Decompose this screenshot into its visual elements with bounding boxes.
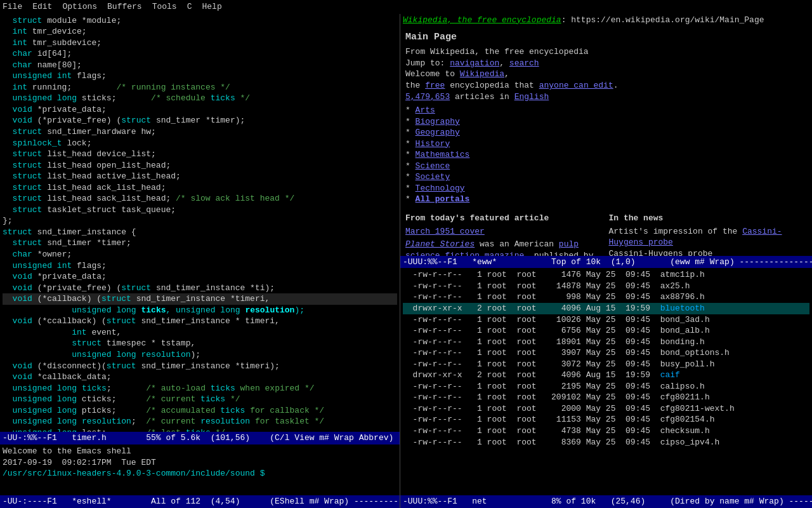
code-line: int event,: [3, 327, 397, 338]
wiki-articles-line: 5,479,653 articles in English: [405, 91, 807, 103]
right-pane: Wikipedia, the free encyclopedia: https:…: [400, 14, 812, 508]
wiki-two-columns: From today's featured article March 1951…: [405, 209, 807, 256]
code-line: struct timespec * tstamp,: [3, 338, 397, 349]
wiki-main-title: Main Page: [405, 31, 807, 44]
wiki-link-allportals[interactable]: All portals: [416, 194, 470, 204]
dired-line: -rw-r--r-- 1 root root 3072 May 25 09:45…: [403, 359, 809, 370]
code-line: unsigned int flags;: [3, 70, 397, 82]
dired-area[interactable]: -rw-r--r-- 1 root root 1476 May 25 09:45…: [400, 268, 812, 495]
dired-line: -rw-r--r-- 1 root root 14878 May 25 09:4…: [403, 281, 809, 292]
menu-file[interactable]: File: [3, 1, 22, 13]
wiki-url-link[interactable]: https://en.wikipedia.org/wiki/Main_Page: [571, 15, 764, 25]
dired-dirname-bluetooth[interactable]: bluetooth: [660, 304, 705, 313]
dired-line: -rw-r--r-- 1 root root 2000 May 25 09:45…: [403, 403, 809, 415]
wiki-welcome-line: Welcome to Wikipedia,: [405, 69, 807, 80]
code-line: void *callback_data;: [3, 371, 397, 383]
code-line: int running; /* running instances */: [3, 82, 397, 93]
wiki-link-mathematics[interactable]: Mathematics: [416, 150, 470, 159]
shell-status-bar: -UU-:----F1 *eshell* All of 112 (4,54) (…: [0, 495, 400, 508]
code-line: unsigned long pticks; /* accumulated tic…: [3, 405, 397, 417]
wiki-nav-link[interactable]: navigation: [450, 58, 499, 68]
wiki-link-society[interactable]: Society: [416, 172, 450, 182]
dired-line: -rw-r--r-- 1 root root 998 May 25 09:45 …: [403, 291, 809, 303]
dired-line: -rw-r--r-- 1 root root 4738 May 25 09:45…: [403, 425, 809, 437]
code-line: unsigned long ticks, unsigned long resol…: [3, 305, 397, 316]
wiki-portal-mathematics: * Mathematics: [405, 149, 807, 161]
code-line: };: [3, 215, 397, 227]
code-line: void (*private_free) (struct snd_timer_i…: [3, 283, 397, 294]
dired-line: -rw-r--r-- 1 root root 209102 May 25 09:…: [403, 392, 809, 403]
code-line: char *owner;: [3, 249, 397, 260]
shell-line: /usr/src/linux-headers-4.9.0-3-common/in…: [3, 468, 397, 479]
wiki-status-bar: -UUU:%%--F1 *eww* Top of 10k (1,0) (eww …: [400, 256, 812, 269]
code-status-bar: -UU-:%%--F1 timer.h 55% of 5.6k (101,56)…: [0, 432, 400, 444]
code-line: struct list_head ack_list_head;: [3, 182, 397, 194]
wiki-link-biography[interactable]: Biography: [416, 117, 460, 126]
wiki-link-geography[interactable]: Geography: [416, 128, 460, 137]
code-line: int tmr_device;: [3, 26, 397, 37]
wiki-portal-allportals: * All portals: [405, 194, 807, 205]
wiki-link-science[interactable]: Science: [416, 161, 450, 171]
wiki-anyone-link[interactable]: anyone can edit: [539, 81, 613, 90]
menubar: File Edit Options Buffers Tools C Help: [0, 0, 812, 14]
wiki-search-link[interactable]: search: [509, 58, 539, 68]
wiki-area: Main Page From Wikipedia, the free encyc…: [400, 26, 812, 256]
wiki-cassini-link[interactable]: Cassini-Huygens probe: [609, 227, 782, 248]
code-line: unsigned long ticks; /* auto-load ticks …: [3, 383, 397, 394]
code-line: void (*private_free) (struct snd_timer *…: [3, 115, 397, 126]
code-line: unsigned long sticks; /* schedule ticks …: [3, 93, 397, 104]
main-area: struct module *module; int tmr_device; i…: [0, 14, 812, 508]
menu-buffers[interactable]: Buffers: [107, 1, 142, 13]
menu-help[interactable]: Help: [202, 1, 221, 13]
wiki-url-title: Wikipedia, the free encyclopedia: [403, 15, 561, 25]
wiki-articles-count-link[interactable]: 5,479,653: [405, 92, 450, 102]
wiki-link-arts[interactable]: Arts: [416, 105, 435, 115]
wiki-free-line: the free encyclopedia that anyone can ed…: [405, 80, 807, 91]
wiki-featured-col: From today's featured article March 1951…: [405, 209, 604, 256]
wiki-link-history[interactable]: History: [416, 139, 450, 149]
shell-line: Welcome to the Emacs shell: [3, 446, 397, 457]
wiki-wikipedia-link[interactable]: Wikipedia: [460, 69, 504, 79]
menu-edit[interactable]: Edit: [32, 1, 52, 13]
code-line: struct snd_timer_hardware hw;: [3, 126, 397, 138]
shell-line: 2017-09-19 09:02:17PM Tue EDT: [3, 457, 397, 469]
wiki-featured-subtitle[interactable]: March 1951 cover: [405, 226, 604, 237]
menu-tools[interactable]: Tools: [152, 1, 177, 13]
wiki-url-separator: :: [561, 15, 572, 25]
code-line: unsigned long resolution; /* current res…: [3, 416, 397, 427]
dired-line: -rw-r--r-- 1 root root 6756 May 25 09:45…: [403, 325, 809, 337]
wiki-featured-body: Planet Stories was an American pulp scie…: [405, 239, 604, 256]
code-line: unsigned long lost; /* lost ticks */: [3, 427, 397, 432]
wiki-jump: Jump to: navigation, search: [405, 58, 807, 69]
code-line: void (*callback) (struct snd_timer_insta…: [3, 293, 397, 305]
code-line: struct snd_timer *timer;: [3, 237, 397, 249]
menu-c[interactable]: C: [187, 1, 192, 13]
wiki-portal-technology: * Technology: [405, 183, 807, 194]
code-line: struct list_head open_list_head;: [3, 160, 397, 171]
dired-dirname[interactable]: caif: [660, 370, 680, 380]
code-line: void (*ccallback) (struct snd_timer_inst…: [3, 316, 397, 327]
wiki-portal-society: * Society: [405, 171, 807, 183]
wiki-english-link[interactable]: English: [514, 92, 549, 102]
shell-path: /usr/src/linux-headers-4.9.0-3-common/in…: [3, 469, 265, 478]
dired-line: -rw-r--r-- 1 root root 18901 May 25 09:4…: [403, 337, 809, 348]
code-line: unsigned int flags;: [3, 260, 397, 272]
dired-line: -rw-r--r-- 1 root root 2195 May 25 09:45…: [403, 381, 809, 392]
code-line: struct list_head device_list;: [3, 149, 397, 160]
dired-line: -rw-r--r-- 1 root root 8369 May 25 09:45…: [403, 437, 809, 448]
code-line: spinlock_t lock;: [3, 138, 397, 149]
wiki-portal-history: * History: [405, 138, 807, 150]
menu-options[interactable]: Options: [62, 1, 97, 13]
wiki-march-link[interactable]: March 1951 cover: [405, 227, 485, 236]
wiki-link-technology[interactable]: Technology: [416, 184, 465, 193]
wiki-free-link[interactable]: free: [425, 81, 445, 90]
dired-line: drwxr-xr-x 2 root root 4096 Aug 15 19:59…: [403, 370, 809, 381]
shell-area[interactable]: Welcome to the Emacs shell2017-09-19 09:…: [0, 444, 400, 495]
code-line: struct list_head active_list_head;: [3, 171, 397, 182]
wiki-portal-biography: * Biography: [405, 116, 807, 128]
dired-status-bar: -UUU:%%--F1 net 8% of 10k (25,46) (Dired…: [400, 495, 812, 508]
code-area[interactable]: struct module *module; int tmr_device; i…: [0, 14, 400, 432]
wiki-portals: * Arts * Biography * Geography * History…: [405, 105, 807, 205]
code-line: char name[80];: [3, 60, 397, 71]
wiki-planet-stories-link[interactable]: Planet Stories: [405, 239, 475, 249]
